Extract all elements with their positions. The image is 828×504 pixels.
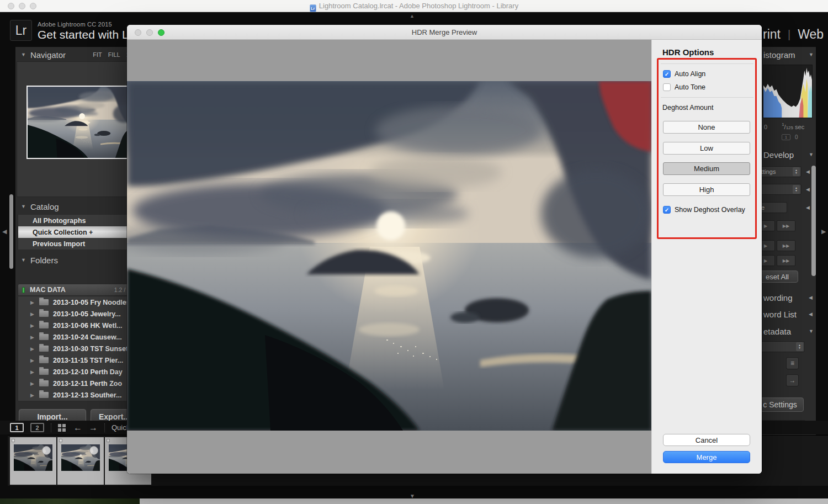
section-collapse-icon[interactable]: ◀ xyxy=(806,187,810,192)
module-picker: rint | Web xyxy=(763,25,824,43)
catalog-item-previous-import[interactable]: Previous Import xyxy=(18,238,134,250)
screen: LrLightroom Catalog.lrcat - Adobe Photos… xyxy=(0,0,828,504)
previous-photo-icon[interactable]: ← xyxy=(73,423,82,433)
filmstrip-thumbnail[interactable] xyxy=(10,437,56,485)
filmstrip-thumbnail[interactable] xyxy=(57,437,104,485)
folders-panel-header[interactable]: ▼ Folders xyxy=(15,253,135,267)
left-panel-scrollbar[interactable] xyxy=(9,194,13,269)
flag-marker-icon[interactable] xyxy=(107,439,110,442)
metadata-list-icon[interactable]: ≡ xyxy=(786,357,799,369)
saved-preset-dropdown[interactable]: ettings ▲▼ xyxy=(756,166,802,177)
folder-row[interactable]: ▶2013-11-15 TST Pier... xyxy=(18,354,134,366)
show-deghost-overlay-row[interactable]: ✓ Show Deghost Overlay xyxy=(663,206,745,214)
stepper-icon[interactable]: ▲▼ xyxy=(793,185,800,194)
disclosure-icon[interactable]: ▶ xyxy=(30,381,35,386)
disclosure-icon[interactable]: ▶ xyxy=(30,358,35,363)
folder-icon xyxy=(39,346,49,352)
app-version-label: Adobe Lightroom CC 2015 xyxy=(38,21,112,28)
disclosure-icon[interactable]: ▶ xyxy=(30,300,35,305)
histogram-chart xyxy=(763,65,812,118)
histogram[interactable] xyxy=(763,65,813,118)
keyword-list-panel-header[interactable]: word List ◀ xyxy=(763,307,797,321)
folder-row[interactable]: ▶2013-12-11 Perth Zoo xyxy=(18,378,134,389)
section-collapse-icon[interactable]: ◀ xyxy=(806,205,810,210)
right-panel-scrollbar[interactable] xyxy=(811,166,816,276)
disclosure-icon[interactable]: ▶ xyxy=(30,346,35,352)
deghost-none-button[interactable]: None xyxy=(663,121,750,134)
zoom-fill[interactable]: FILL xyxy=(108,51,120,58)
stepper-icon[interactable]: ▲▼ xyxy=(796,342,803,351)
metadata-export-icon[interactable]: → xyxy=(786,374,799,386)
auto-tone-row[interactable]: Auto Tone xyxy=(663,83,705,91)
auto-align-row[interactable]: ✓ Auto Align xyxy=(663,70,705,78)
stack-icon: 1 xyxy=(782,134,790,140)
zoom-fit[interactable]: FIT xyxy=(93,51,102,58)
catalog-panel-header[interactable]: ▼ Catalog xyxy=(15,200,135,213)
adjust-increase-large-button[interactable]: ▶▶ xyxy=(777,220,795,231)
flag-marker-icon[interactable] xyxy=(59,439,62,442)
disclosure-icon[interactable]: ▶ xyxy=(30,369,35,375)
disclosure-icon[interactable]: ▶ xyxy=(30,335,35,340)
navigator-panel-header[interactable]: ▼ Navigator FIT FILL 1:1 xyxy=(15,48,135,61)
background-window-sliver xyxy=(140,498,828,504)
merge-button[interactable]: Merge xyxy=(663,451,750,463)
disclosure-icon[interactable]: ▶ xyxy=(30,392,35,398)
next-photo-icon[interactable]: → xyxy=(89,423,98,433)
stepper-icon[interactable]: ▲▼ xyxy=(793,167,800,176)
cancel-button[interactable]: Cancel xyxy=(663,434,750,446)
keywording-panel-header[interactable]: wording ◀ xyxy=(763,291,793,304)
quick-collection-badge-icon[interactable] xyxy=(89,446,98,455)
grid-view-icon[interactable] xyxy=(58,424,67,432)
show-deghost-overlay-checkbox[interactable]: ✓ xyxy=(663,206,671,214)
folder-row[interactable]: ▶2013-10-05 Jewelry... xyxy=(18,308,134,320)
hdr-preview-image xyxy=(127,81,651,431)
secondary-window-button[interactable]: 2 xyxy=(30,423,44,432)
section-collapse-icon[interactable]: ◀ xyxy=(806,169,810,174)
catalog-item-all-photographs[interactable]: All Photographs xyxy=(18,215,134,226)
panel-open-icon: ▼ xyxy=(809,328,814,334)
sync-settings-button[interactable]: c Settings xyxy=(756,397,804,412)
folder-row[interactable]: ▶2013-10-30 TST Sunset xyxy=(18,343,134,354)
flag-marker-icon[interactable] xyxy=(12,439,15,442)
top-panel-hide-arrow-icon[interactable]: ▲ xyxy=(410,13,415,19)
disclosure-icon[interactable]: ▶ xyxy=(30,311,35,317)
navigator-preview-image[interactable] xyxy=(26,86,137,159)
adjust-increase-large-button[interactable]: ▶▶ xyxy=(777,255,795,266)
catalog-item-quick-collection[interactable]: Quick Collection + xyxy=(18,226,134,238)
disclosure-icon[interactable]: ▶ xyxy=(30,323,35,328)
folder-row[interactable]: ▶2013-10-24 Causew... xyxy=(18,331,134,343)
reset-all-button[interactable]: eset All xyxy=(756,270,798,283)
left-panel-collapse-icon[interactable]: ◀ xyxy=(2,228,7,235)
folder-row[interactable]: ▶2013-12-13 Souther... xyxy=(18,389,134,401)
auto-tone-checkbox[interactable] xyxy=(663,83,671,91)
quick-develop-panel-header[interactable]: Develop ▼ xyxy=(763,148,794,161)
histogram-panel-header[interactable]: istogram ▼ xyxy=(763,48,795,61)
deghost-low-button[interactable]: Low xyxy=(663,142,750,155)
metadata-view-dropdown[interactable]: ▲▼ xyxy=(756,341,805,352)
hdr-options-title: HDR Options xyxy=(662,47,714,57)
module-print-fragment[interactable]: rint xyxy=(763,27,781,42)
metadata-panel-header[interactable]: etadata ▼ xyxy=(763,325,791,338)
quick-collection-badge-icon[interactable] xyxy=(42,446,51,455)
panel-closed-icon: ◀ xyxy=(809,311,813,317)
adjust-increase-large-button[interactable]: ▶▶ xyxy=(777,240,795,251)
white-balance-dropdown[interactable]: ▲▼ xyxy=(756,184,802,195)
folder-row[interactable]: ▶2013-10-06 HK Wetl... xyxy=(18,320,134,331)
folder-row[interactable]: ▶2013-12-10 Perth Day xyxy=(18,366,134,378)
main-window-button[interactable]: 1 xyxy=(10,423,24,432)
dialog-titlebar[interactable]: HDR Merge Preview xyxy=(127,25,762,40)
deghost-amount-label: Deghost Amount xyxy=(662,104,713,112)
exif-readout: 0 1/125 sec xyxy=(764,122,804,130)
toolbar-divider xyxy=(104,423,105,432)
left-panel: ▼ Navigator FIT FILL 1:1 ▼ Catalog All P… xyxy=(15,47,135,433)
window-title: LrLightroom Catalog.lrcat - Adobe Photos… xyxy=(0,2,828,12)
divider xyxy=(661,63,753,64)
auto-align-checkbox[interactable]: ✓ xyxy=(663,70,671,78)
badge-count: 0 xyxy=(795,134,798,140)
deghost-medium-button[interactable]: Medium xyxy=(663,162,750,175)
module-web[interactable]: Web xyxy=(798,27,824,42)
deghost-high-button[interactable]: High xyxy=(663,183,750,196)
volume-bar[interactable]: MAC DATA 1.2 / 1 xyxy=(18,284,135,296)
folder-row[interactable]: ▶2013-10-05 Fry Noodles xyxy=(18,296,134,308)
folder-icon xyxy=(39,322,49,328)
